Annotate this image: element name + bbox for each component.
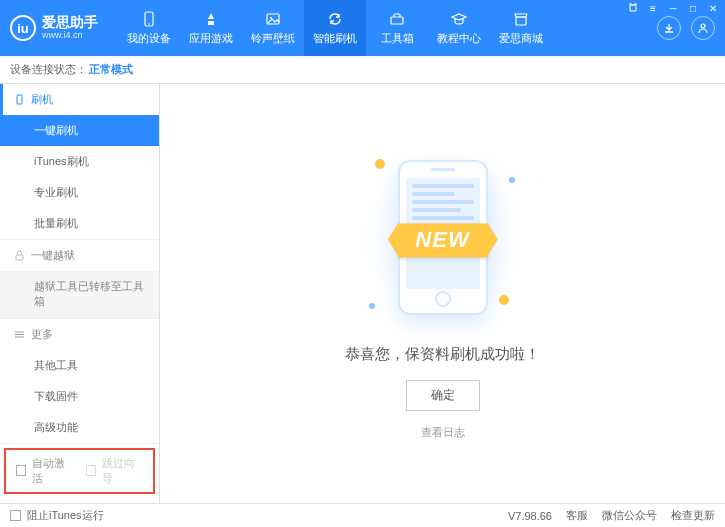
sidebar-item-pro-flash[interactable]: 专业刷机	[0, 177, 159, 208]
close-icon[interactable]: ✕	[707, 2, 719, 14]
sidebar-item-advanced[interactable]: 高级功能	[0, 412, 159, 443]
shop-icon	[512, 10, 530, 28]
checkbox-label: 自动激活	[32, 456, 73, 486]
nav-apps-games[interactable]: 应用游戏	[180, 0, 242, 56]
sidebar-item-download-firmware[interactable]: 下载固件	[0, 381, 159, 412]
refresh-icon	[326, 10, 344, 28]
checkbox-auto-activate[interactable]: 自动激活	[16, 456, 74, 486]
group-label: 更多	[31, 327, 53, 342]
nav-label: 我的设备	[127, 31, 171, 46]
svg-rect-4	[391, 17, 403, 24]
status-bar: 设备连接状态： 正常模式	[0, 56, 725, 84]
nav-smart-flash[interactable]: 智能刷机	[304, 0, 366, 56]
nav-tutorials[interactable]: 教程中心	[428, 0, 490, 56]
svg-point-6	[701, 24, 705, 28]
window-controls: ≡ ─ □ ✕	[627, 2, 719, 14]
sidebar-group-flash[interactable]: 刷机	[0, 84, 159, 115]
logo-area: iu 爱思助手 www.i4.cn	[10, 15, 98, 41]
sidebar-item-other-tools[interactable]: 其他工具	[0, 350, 159, 381]
nav-label: 智能刷机	[313, 31, 357, 46]
sidebar-item-itunes-flash[interactable]: iTunes刷机	[0, 146, 159, 177]
checkbox-label: 阻止iTunes运行	[27, 508, 104, 523]
sidebar-group-jailbreak: 一键越狱	[0, 240, 159, 271]
nav-label: 应用游戏	[189, 31, 233, 46]
group-label: 刷机	[31, 92, 53, 107]
sidebar-jailbreak-note: 越狱工具已转移至工具箱	[0, 271, 159, 318]
logo-icon: iu	[10, 15, 36, 41]
sidebar-item-batch-flash[interactable]: 批量刷机	[0, 208, 159, 239]
status-label: 设备连接状态：	[10, 62, 87, 77]
nav-my-device[interactable]: 我的设备	[118, 0, 180, 56]
wechat-link[interactable]: 微信公众号	[602, 508, 657, 523]
app-url: www.i4.cn	[42, 31, 98, 41]
image-icon	[264, 10, 282, 28]
status-value: 正常模式	[89, 62, 133, 77]
ok-button[interactable]: 确定	[406, 380, 480, 411]
nav-label: 爱思商城	[499, 31, 543, 46]
svg-rect-7	[17, 95, 22, 104]
apps-icon	[202, 10, 220, 28]
version-label: V7.98.66	[508, 510, 552, 522]
sidebar-item-one-click-flash[interactable]: 一键刷机	[0, 115, 159, 146]
sidebar-group-more[interactable]: 更多	[0, 319, 159, 350]
support-link[interactable]: 客服	[566, 508, 588, 523]
footer: 阻止iTunes运行 V7.98.66 客服 微信公众号 检查更新	[0, 503, 725, 527]
maximize-icon[interactable]: □	[687, 2, 699, 14]
app-name: 爱思助手	[42, 15, 98, 30]
view-log-link[interactable]: 查看日志	[421, 425, 465, 440]
minimize-icon[interactable]: ─	[667, 2, 679, 14]
toolbox-icon	[388, 10, 406, 28]
svg-rect-8	[16, 255, 23, 260]
lock-icon	[14, 250, 25, 261]
check-update-link[interactable]: 检查更新	[671, 508, 715, 523]
menu-icon[interactable]: ≡	[647, 2, 659, 14]
group-label: 一键越狱	[31, 248, 75, 263]
nav-toolbox[interactable]: 工具箱	[366, 0, 428, 56]
header-right	[657, 16, 715, 40]
phone-icon	[140, 10, 158, 28]
sidebar: 刷机 一键刷机 iTunes刷机 专业刷机 批量刷机 一键越狱 越狱工具已转移至…	[0, 84, 160, 503]
checkbox-block-itunes[interactable]: 阻止iTunes运行	[10, 508, 104, 523]
nav-mall[interactable]: 爱思商城	[490, 0, 552, 56]
main-nav: 我的设备 应用游戏 铃声壁纸 智能刷机 工具箱 教程中心 爱思商城	[118, 0, 657, 56]
nav-label: 铃声壁纸	[251, 31, 295, 46]
checkbox-icon	[10, 510, 21, 521]
skin-icon[interactable]	[627, 2, 639, 14]
app-header: iu 爱思助手 www.i4.cn 我的设备 应用游戏 铃声壁纸 智能刷机 工具…	[0, 0, 725, 56]
checkbox-icon	[86, 465, 96, 476]
nav-label: 工具箱	[381, 31, 414, 46]
new-ribbon: NEW	[397, 223, 487, 257]
nav-ringtones[interactable]: 铃声壁纸	[242, 0, 304, 56]
graduation-icon	[450, 10, 468, 28]
more-icon	[14, 329, 25, 340]
checkbox-label: 跳过向导	[102, 456, 143, 486]
svg-point-1	[148, 23, 150, 25]
phone-icon	[14, 94, 25, 105]
user-button[interactable]	[691, 16, 715, 40]
download-button[interactable]	[657, 16, 681, 40]
hero-illustration: NEW	[353, 147, 533, 327]
checkbox-skip-guide[interactable]: 跳过向导	[86, 456, 144, 486]
options-highlight-box: 自动激活 跳过向导	[4, 448, 155, 494]
nav-label: 教程中心	[437, 31, 481, 46]
main-content: NEW 恭喜您，保资料刷机成功啦！ 确定 查看日志	[160, 84, 725, 503]
checkbox-icon	[16, 465, 26, 476]
svg-rect-5	[516, 17, 526, 25]
success-message: 恭喜您，保资料刷机成功啦！	[345, 345, 540, 364]
